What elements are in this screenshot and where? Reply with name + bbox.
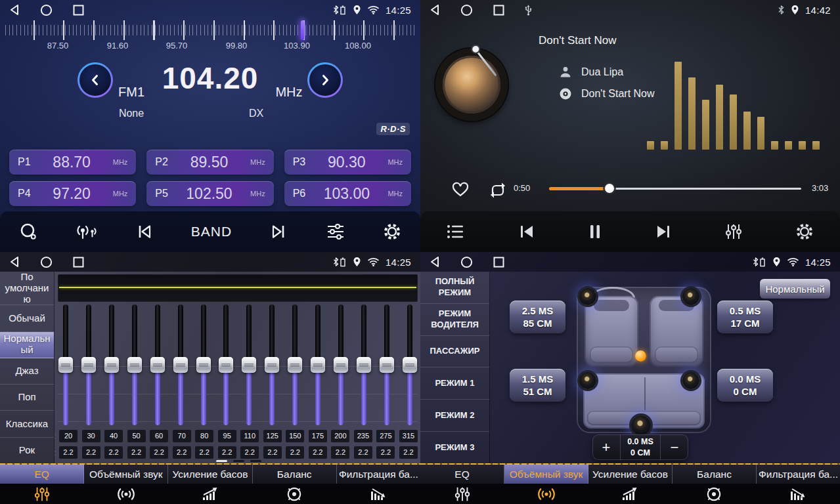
eq-band-slider[interactable] <box>104 304 120 425</box>
eq-band-slider[interactable] <box>196 304 211 425</box>
eq-preset-normal[interactable]: Нормальный <box>0 332 54 358</box>
eq-band-slider[interactable] <box>402 304 418 425</box>
preset-button-p3[interactable]: P390.30MHz <box>284 150 411 175</box>
eq-band-slider[interactable] <box>310 304 326 425</box>
fc-value[interactable]: 235 <box>354 430 372 442</box>
nav-back-icon[interactable] <box>430 256 440 268</box>
delay-increase-button[interactable]: + <box>592 434 620 460</box>
fc-value[interactable]: 20 <box>59 430 77 442</box>
q-value[interactable]: 2.2 <box>150 446 168 459</box>
fc-value[interactable]: 150 <box>286 430 304 442</box>
tab-filter-icon[interactable] <box>756 486 840 502</box>
listening-position-marker[interactable] <box>635 350 646 362</box>
seek-down-button[interactable] <box>77 62 113 98</box>
q-value[interactable]: 2.2 <box>82 446 100 459</box>
preset-button-p6[interactable]: P6103.00MHz <box>284 181 411 206</box>
eq-preset-default[interactable]: По умолчанию <box>0 272 54 305</box>
next-station-button[interactable] <box>266 220 291 243</box>
tab-surround[interactable]: Объёмный звук <box>504 465 588 484</box>
fc-value[interactable]: 175 <box>309 430 327 442</box>
fc-value[interactable]: 275 <box>376 430 395 442</box>
q-value[interactable]: 2.2 <box>59 446 77 459</box>
frequency-ruler[interactable] <box>5 20 415 40</box>
mode-1[interactable]: РЕЖИМ 1 <box>420 368 489 400</box>
settings-button[interactable] <box>792 219 817 244</box>
q-value[interactable]: 2.2 <box>399 446 418 459</box>
tab-surround[interactable]: Объёмный звук <box>84 465 168 484</box>
tab-filter[interactable]: Фильтрация ба... <box>757 465 840 484</box>
tab-bass-boost[interactable]: Усиление басов <box>588 465 673 484</box>
fc-value[interactable]: 315 <box>399 430 418 442</box>
fc-value[interactable]: 40 <box>104 430 123 442</box>
repeat-button[interactable] <box>485 179 511 201</box>
q-value[interactable]: 2.2 <box>309 446 327 459</box>
preset-button-p1[interactable]: P188.70MHz <box>9 150 136 175</box>
nav-recents-icon[interactable] <box>73 257 84 268</box>
settings-button[interactable] <box>380 219 405 244</box>
mode-passenger[interactable]: ПАССАЖИР <box>420 336 489 368</box>
tab-filter[interactable]: Фильтрация ба... <box>337 465 420 484</box>
fc-value[interactable]: 60 <box>150 430 168 442</box>
eq-band-slider[interactable] <box>333 304 349 425</box>
fc-value[interactable]: 70 <box>173 430 191 442</box>
nav-home-icon[interactable] <box>460 256 473 268</box>
tab-balance[interactable]: Баланс <box>253 465 337 484</box>
nav-home-icon[interactable] <box>40 256 53 268</box>
mode-full[interactable]: ПОЛНЫЙ РЕЖИМ <box>420 272 489 304</box>
tab-balance[interactable]: Баланс <box>673 465 757 484</box>
eq-band-slider[interactable] <box>81 304 97 425</box>
q-value[interactable]: 2.2 <box>331 446 349 459</box>
band-button[interactable]: BAND <box>188 221 234 242</box>
nav-back-icon[interactable] <box>9 256 20 268</box>
eq-band-slider[interactable] <box>241 304 257 425</box>
tab-balance-icon[interactable] <box>672 486 756 503</box>
mode-driver[interactable]: РЕЖИМ ВОДИТЕЛЯ <box>420 304 489 336</box>
nav-home-icon[interactable] <box>460 4 473 16</box>
tab-surround-icon[interactable] <box>504 486 588 502</box>
previous-track-button[interactable] <box>515 221 539 242</box>
delay-front-right-button[interactable]: 0.5 MS17 CM <box>717 301 773 333</box>
tab-balance-icon[interactable] <box>252 486 336 503</box>
fc-value[interactable]: 95 <box>218 430 236 442</box>
q-value[interactable]: 2.2 <box>286 446 304 459</box>
eq-band-slider[interactable] <box>173 304 188 425</box>
mode-2[interactable]: РЕЖИМ 2 <box>420 400 489 432</box>
delay-rear-right-button[interactable]: 0.0 MS0 CM <box>717 369 773 402</box>
nav-recents-icon[interactable] <box>493 5 504 16</box>
eq-preset-jazz[interactable]: Джаз <box>0 358 54 385</box>
tab-eq[interactable]: EQ <box>420 465 504 484</box>
q-value[interactable]: 2.2 <box>104 446 123 459</box>
fc-value[interactable]: 110 <box>240 430 259 442</box>
eq-band-slider[interactable] <box>127 304 143 425</box>
tab-bass-boost[interactable]: Усиление басов <box>168 465 252 484</box>
seek-up-button[interactable] <box>307 62 343 98</box>
fc-value[interactable]: 200 <box>331 430 349 442</box>
q-value[interactable]: 2.2 <box>376 446 395 459</box>
q-value[interactable]: 2.2 <box>173 446 191 459</box>
progress-bar[interactable] <box>549 188 801 190</box>
eq-band-slider[interactable] <box>58 304 74 425</box>
progress-thumb[interactable] <box>605 184 614 193</box>
fc-value[interactable]: 30 <box>82 430 100 442</box>
q-value[interactable]: 2.2 <box>240 446 259 459</box>
pause-button[interactable] <box>585 220 605 243</box>
playlist-button[interactable] <box>443 220 468 243</box>
fc-value[interactable]: 50 <box>127 430 146 442</box>
nav-back-icon[interactable] <box>9 4 20 16</box>
fc-value[interactable]: 80 <box>195 430 213 442</box>
audio-settings-button[interactable] <box>323 220 348 243</box>
tab-bass-boost-icon[interactable] <box>168 486 252 502</box>
fc-value[interactable]: 125 <box>263 430 282 442</box>
eq-preset-rock[interactable]: Рок <box>0 438 54 463</box>
nav-back-icon[interactable] <box>430 4 440 16</box>
delay-decrease-button[interactable]: − <box>661 434 688 460</box>
tab-surround-icon[interactable] <box>84 486 168 502</box>
scan-button[interactable] <box>16 219 41 244</box>
preset-button-p4[interactable]: P497.20MHz <box>9 181 136 206</box>
mode-3[interactable]: РЕЖИМ 3 <box>420 432 489 463</box>
eq-band-slider[interactable] <box>264 304 280 425</box>
eq-band-slider[interactable] <box>150 304 166 425</box>
q-value[interactable]: 2.2 <box>127 446 146 459</box>
q-value[interactable]: 2.2 <box>195 446 213 459</box>
equalizer-button[interactable] <box>722 220 745 243</box>
